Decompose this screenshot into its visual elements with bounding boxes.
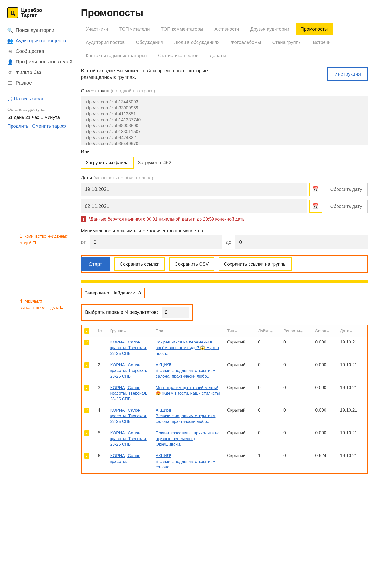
row-checkbox[interactable]: ✓: [84, 340, 89, 345]
save-group-links-button[interactable]: Сохранить ссылки на группы: [219, 257, 292, 271]
col-date[interactable]: Дата◆: [338, 325, 367, 337]
tab-Донаты[interactable]: Донаты: [205, 50, 231, 61]
group-link[interactable]: KOPNA | Салон красоты. Тверская, 23-25 С…: [110, 431, 147, 447]
callout-1: 1. Количество найденных людей: [20, 233, 69, 245]
reset-date-to-button[interactable]: Сбросить дату: [325, 200, 368, 213]
post-link[interactable]: АКЦИЯ!В связи с недавним открытием салон…: [156, 453, 215, 469]
cell-type: Скрытый: [225, 428, 256, 450]
row-checkbox[interactable]: ✓: [84, 453, 89, 459]
sidebar-item-1[interactable]: 👥Аудитория сообществ: [7, 36, 76, 46]
groups-textarea[interactable]: http://vk.com/club13445093 http://vk.com…: [81, 96, 368, 145]
tabs: УчастникиТОП читателиТОП комментаторыАкт…: [81, 23, 368, 61]
tab-Друзья аудитории[interactable]: Друзья аудитории: [246, 23, 294, 35]
save-csv-button[interactable]: Сохранить CSV: [169, 257, 214, 271]
extend-link[interactable]: Продлить: [7, 123, 28, 129]
cell-smart: 0.924: [313, 450, 338, 473]
sidebar-item-2[interactable]: ⊕Сообщества: [7, 46, 76, 57]
actions-highlight: Старт Сохранить ссылки Сохранить CSV Сох…: [81, 255, 368, 273]
tab-ТОП комментаторы[interactable]: ТОП комментаторы: [156, 23, 208, 35]
tab-Обсуждения[interactable]: Обсуждения: [131, 37, 168, 48]
cell-smart: 0.000: [313, 337, 338, 359]
sort-icon: ◆: [270, 330, 272, 333]
tab-ТОП читатели[interactable]: ТОП читатели: [114, 23, 155, 35]
cell-type: Скрытый: [225, 359, 256, 382]
tab-Встречи[interactable]: Встречи: [308, 37, 336, 48]
cell-type: Скрытый: [225, 337, 256, 359]
sidebar-item-0[interactable]: 🔍Поиск аудитории: [7, 25, 76, 36]
cell-likes: 0: [256, 337, 281, 359]
calendar-from-button[interactable]: 📅: [309, 183, 322, 196]
col-number[interactable]: №: [95, 325, 108, 337]
post-link[interactable]: АКЦИЯ!В связи с недавним открытием салон…: [156, 363, 215, 379]
table-row: ✓3KOPNA | Салон красоты. Тверская, 23-25…: [82, 382, 367, 405]
start-button[interactable]: Старт: [81, 257, 110, 271]
group-link[interactable]: KOPNA | Салон красоты. Тверская, 23-25 С…: [110, 363, 147, 379]
menu-icon: ☰: [7, 80, 13, 86]
row-checkbox[interactable]: ✓: [84, 362, 89, 368]
group-link[interactable]: KOPNA | Салон красоты. Тверская, 23-25 С…: [110, 408, 147, 424]
tab-Статистика постов[interactable]: Статистика постов: [153, 50, 203, 61]
tab-Участники[interactable]: Участники: [81, 23, 113, 35]
tab-Фотоальбомы[interactable]: Фотоальбомы: [226, 37, 266, 48]
cell-likes: 0: [256, 359, 281, 382]
col-likes[interactable]: Лайки◆: [256, 325, 281, 337]
tab-Аудитория постов[interactable]: Аудитория постов: [81, 37, 129, 48]
tab-Стена группы[interactable]: Стена группы: [267, 37, 307, 48]
to-label: до: [226, 239, 232, 245]
check-icon: ✓: [84, 328, 89, 334]
calendar-to-button[interactable]: 📅: [309, 200, 322, 213]
cell-reposts: 0: [281, 382, 313, 405]
post-link[interactable]: Мы покрасим цвет твоей мечты! 😍 Ждём в г…: [156, 385, 220, 401]
col-checkbox[interactable]: ✓: [82, 325, 95, 337]
max-input[interactable]: [235, 235, 368, 249]
post-link[interactable]: Привет красавицы, приходите на вкусные п…: [156, 431, 220, 447]
change-tariff-link[interactable]: Сменить тариф: [32, 123, 66, 129]
col-reposts[interactable]: Репосты◆: [281, 325, 313, 337]
reset-date-from-button[interactable]: Сбросить дату: [325, 183, 368, 196]
tab-Люди в обсуждениях[interactable]: Люди в обсуждениях: [169, 37, 224, 48]
post-link[interactable]: АКЦИЯ!В связи с недавним открытием салон…: [156, 408, 215, 424]
fullscreen-link[interactable]: ⛶ На весь экран: [7, 94, 76, 104]
tab-Промопосты[interactable]: Промопосты: [296, 23, 333, 35]
post-link[interactable]: Как решиться на перемены в своём внешнем…: [156, 340, 219, 356]
save-links-button[interactable]: Сохранить ссылки: [114, 257, 165, 271]
min-input[interactable]: [90, 235, 222, 249]
sort-icon: ◆: [350, 330, 352, 333]
sidebar-item-3[interactable]: 👤Профили пользователей: [7, 57, 76, 67]
upload-file-button[interactable]: Загрузить из файла: [81, 157, 134, 169]
tab-Активности[interactable]: Активности: [210, 23, 244, 35]
cell-likes: 0: [256, 382, 281, 405]
row-checkbox[interactable]: ✓: [84, 408, 89, 413]
col-type[interactable]: Тип◆: [225, 325, 256, 337]
filter-icon: ⚗: [7, 70, 13, 75]
groups-label: Список групп (по одной на строке): [81, 88, 368, 94]
calendar-icon: 📅: [312, 186, 319, 193]
cell-smart: 0.000: [313, 359, 338, 382]
table-row: ✓1KOPNA | Салон красоты. Тверская, 23-25…: [82, 337, 367, 359]
group-link[interactable]: KOPNA | Салон красоты. Тверская, 23-25 С…: [110, 340, 147, 356]
tab-Контакты (администраторы)[interactable]: Контакты (администраторы): [81, 50, 152, 61]
col-group[interactable]: Группа◆: [108, 325, 153, 337]
cell-smart: 0.000: [313, 428, 338, 450]
cell-likes: 1: [256, 450, 281, 473]
col-post[interactable]: Пост: [153, 325, 225, 337]
col-smart[interactable]: Smart◆: [313, 325, 338, 337]
date-from-input[interactable]: [81, 183, 307, 196]
cell-date: 19.10.21: [338, 405, 367, 428]
instruction-button[interactable]: Инструкция: [327, 67, 368, 81]
cell-date: 19.10.21: [338, 337, 367, 359]
row-checkbox[interactable]: ✓: [84, 385, 89, 391]
cell-likes: 0: [256, 428, 281, 450]
group-link[interactable]: KOPNA | Салон красоты. Тверская, 23-25 С…: [110, 385, 147, 401]
row-checkbox[interactable]: ✓: [84, 430, 89, 436]
select-n-input[interactable]: [162, 307, 189, 318]
cell-date: 19.10.21: [338, 450, 367, 473]
results-highlight: ✓ № Группа◆ Пост Тип◆ Лайки◆ Репосты◆ Sm…: [81, 325, 368, 474]
sidebar-item-5[interactable]: ☰Разное: [7, 78, 76, 88]
sidebar-item-4[interactable]: ⚗Фильтр баз: [7, 67, 76, 78]
sort-icon: ◆: [235, 330, 237, 333]
date-to-input[interactable]: [81, 199, 307, 213]
group-link[interactable]: KOPNA | Салон красоты.: [110, 453, 140, 464]
sidebar-item-label: Фильтр баз: [16, 70, 41, 75]
cell-reposts: 0: [281, 337, 313, 359]
